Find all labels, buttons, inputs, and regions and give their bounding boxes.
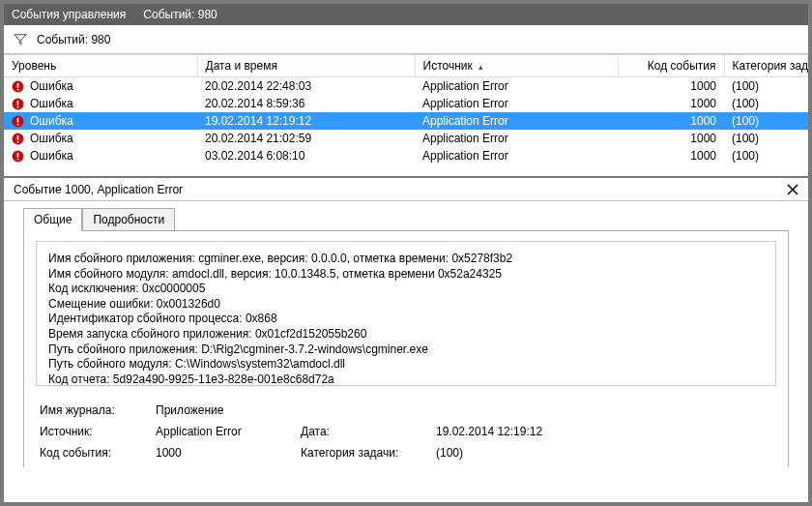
error-icon	[12, 133, 24, 145]
detail-text-line: Имя сбойного приложения: cgminer.exe, ве…	[48, 252, 764, 267]
filter-count: Событий: 980	[37, 33, 110, 46]
table-row[interactable]: Ошибка20.02.2014 8:59:36Application Erro…	[4, 95, 808, 112]
event-grid-scroll[interactable]: Уровень Дата и время Источник Код событи…	[4, 54, 808, 178]
error-icon	[12, 115, 24, 128]
detail-header-text: Событие 1000, Application Error	[14, 183, 183, 196]
prop-log-value: Приложение	[156, 403, 776, 417]
cell-source: Application Error	[415, 112, 618, 130]
cell-event-id: 1000	[618, 95, 724, 112]
col-source[interactable]: Источник	[415, 55, 618, 77]
col-event-id[interactable]: Код события	[618, 55, 724, 77]
prop-source-value: Application Error	[156, 425, 301, 438]
cell-category: (100)	[724, 130, 808, 147]
detail-text-line: Код исключения: 0xc0000005	[48, 282, 764, 297]
col-level[interactable]: Уровень	[4, 55, 197, 77]
detail-text-line: Имя сбойного модуля: amdocl.dll, версия:…	[48, 267, 764, 283]
table-row[interactable]: Ошибка20.02.2014 21:02:59Application Err…	[4, 130, 808, 147]
error-icon	[12, 98, 24, 110]
cell-level: Ошибка	[30, 149, 73, 163]
detail-header: Событие 1000, Application Error	[4, 178, 808, 201]
cell-datetime: 20.02.2014 21:02:59	[197, 130, 415, 147]
tab-details[interactable]: Подробности	[82, 208, 175, 230]
cell-event-id: 1000	[618, 77, 724, 96]
detail-text-line: Время запуска сбойного приложения: 0x01c…	[48, 327, 764, 342]
cell-level: Ошибка	[30, 114, 73, 128]
col-category[interactable]: Категория задачи	[724, 55, 808, 77]
cell-event-id: 1000	[618, 130, 724, 147]
titlebar: События управления Событий: 980	[4, 4, 808, 25]
table-row[interactable]: Ошибка19.02.2014 12:19:12Application Err…	[4, 112, 808, 130]
cell-category: (100)	[724, 77, 808, 96]
tab-page-general: Имя сбойного приложения: cgminer.exe, ве…	[23, 230, 789, 467]
prop-eventid-label: Код события:	[40, 446, 156, 460]
table-row[interactable]: Ошибка20.02.2014 22:48:03Application Err…	[4, 77, 808, 96]
cell-category: (100)	[724, 147, 808, 164]
event-grid: Уровень Дата и время Источник Код событи…	[4, 54, 808, 164]
detail-text-line: Идентификатор сбойного процесса: 0x868	[48, 312, 764, 327]
close-icon[interactable]	[787, 184, 798, 195]
cell-category: (100)	[724, 95, 808, 112]
prop-source-label: Источник:	[40, 425, 156, 438]
cell-event-id: 1000	[618, 147, 724, 164]
detail-text-line: Путь сбойного приложения: D:\Rig2\cgmine…	[48, 342, 764, 358]
cell-level: Ошибка	[30, 132, 73, 145]
filter-icon[interactable]	[14, 33, 27, 46]
detail-text-line: Код отчета: 5d92a490-9925-11e3-828e-001e…	[48, 372, 764, 386]
cell-level: Ошибка	[30, 97, 73, 110]
detail-body: Общие Подробности Имя сбойного приложени…	[4, 201, 808, 467]
detail-text-line: Путь сбойного модуля: C:\Windows\system3…	[48, 357, 764, 372]
cell-level: Ошибка	[30, 79, 73, 93]
prop-eventid-value: 1000	[156, 446, 301, 460]
detail-properties: Имя журнала: Приложение Источник: Applic…	[36, 403, 776, 467]
prop-date-label: Дата:	[301, 425, 436, 438]
title-text: События управления	[12, 4, 126, 25]
table-row[interactable]: Ошибка03.02.2014 6:08:10Application Erro…	[4, 147, 808, 164]
detail-text-pane[interactable]: Имя сбойного приложения: cgminer.exe, ве…	[36, 241, 776, 386]
filter-bar: Событий: 980	[4, 25, 808, 54]
cell-source: Application Error	[415, 147, 618, 164]
tab-strip: Общие Подробности	[14, 201, 798, 230]
prop-log-label: Имя журнала:	[40, 403, 156, 417]
tab-general[interactable]: Общие	[23, 208, 82, 231]
cell-category: (100)	[724, 112, 808, 130]
prop-date-value: 19.02.2014 12:19:12	[436, 425, 776, 438]
column-header-row: Уровень Дата и время Источник Код событи…	[4, 55, 808, 77]
prop-category-value: (100)	[436, 446, 776, 460]
cell-source: Application Error	[415, 95, 618, 112]
title-count: Событий: 980	[143, 4, 217, 25]
detail-text-line: Смещение ошибки: 0x001326d0	[48, 297, 764, 313]
prop-category-label: Категория задачи:	[301, 446, 436, 460]
cell-datetime: 19.02.2014 12:19:12	[197, 112, 415, 130]
cell-datetime: 20.02.2014 8:59:36	[197, 95, 415, 112]
cell-datetime: 03.02.2014 6:08:10	[197, 147, 415, 164]
cell-source: Application Error	[415, 77, 618, 96]
col-datetime[interactable]: Дата и время	[197, 55, 415, 77]
error-icon	[12, 80, 24, 93]
cell-source: Application Error	[415, 130, 618, 147]
cell-datetime: 20.02.2014 22:48:03	[197, 77, 415, 96]
error-icon	[12, 150, 24, 163]
cell-event-id: 1000	[618, 112, 724, 130]
